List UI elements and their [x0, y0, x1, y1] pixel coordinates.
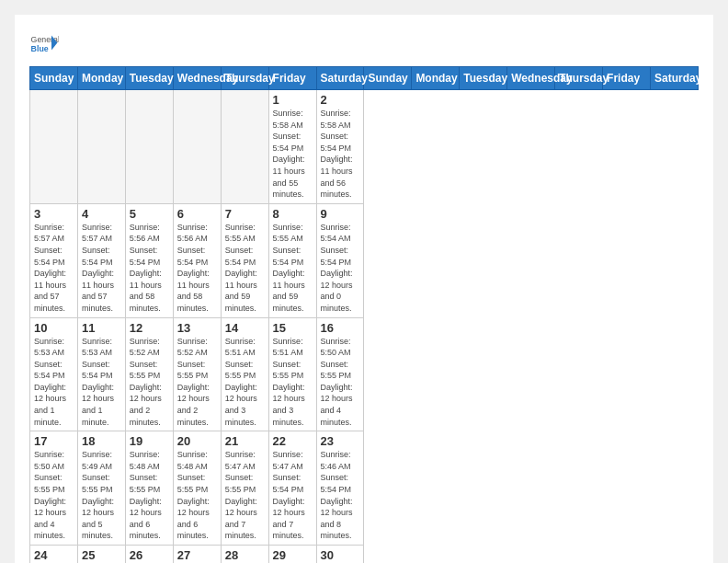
day-info: Sunrise: 5:58 AM Sunset: 5:54 PM Dayligh… [321, 108, 360, 201]
day-number: 16 [321, 321, 360, 335]
calendar-day-cell: 12Sunrise: 5:52 AM Sunset: 5:55 PM Dayli… [125, 317, 173, 431]
logo: General Blue [29, 29, 59, 59]
calendar-table: SundayMondayTuesdayWednesdayThursdayFrid… [29, 66, 699, 563]
day-number: 27 [177, 548, 217, 562]
day-number: 14 [225, 321, 265, 335]
day-of-week-header: Wednesday [173, 67, 221, 90]
calendar-day-cell: 20Sunrise: 5:48 AM Sunset: 5:55 PM Dayli… [173, 431, 221, 546]
calendar-day-cell: 26Sunrise: 5:44 AM Sunset: 5:54 PM Dayli… [125, 546, 173, 564]
calendar-day-cell [77, 90, 125, 204]
day-number: 11 [82, 321, 121, 335]
day-info: Sunrise: 5:52 AM Sunset: 5:55 PM Dayligh… [130, 336, 169, 429]
calendar-day-cell: 11Sunrise: 5:53 AM Sunset: 5:54 PM Dayli… [77, 317, 125, 431]
day-number: 5 [130, 207, 169, 221]
calendar-day-cell [173, 90, 221, 204]
day-of-week-header: Saturday [316, 67, 364, 90]
day-of-week-header: Sunday [30, 67, 78, 90]
day-info: Sunrise: 5:50 AM Sunset: 5:55 PM Dayligh… [321, 336, 360, 429]
calendar-day-cell: 22Sunrise: 5:47 AM Sunset: 5:54 PM Dayli… [268, 431, 316, 546]
day-number: 4 [82, 207, 121, 221]
calendar-day-cell: 8Sunrise: 5:55 AM Sunset: 5:54 PM Daylig… [268, 203, 316, 317]
calendar-day-cell: 4Sunrise: 5:57 AM Sunset: 5:54 PM Daylig… [77, 203, 125, 317]
calendar-day-cell: 13Sunrise: 5:52 AM Sunset: 5:55 PM Dayli… [173, 317, 221, 431]
weekday-header: Sunday [364, 67, 412, 90]
day-number: 21 [225, 434, 265, 448]
calendar-day-cell: 18Sunrise: 5:49 AM Sunset: 5:55 PM Dayli… [77, 431, 125, 546]
calendar-day-cell: 24Sunrise: 5:45 AM Sunset: 5:54 PM Dayli… [30, 546, 78, 564]
day-number: 2 [321, 93, 360, 107]
day-info: Sunrise: 5:51 AM Sunset: 5:55 PM Dayligh… [273, 336, 313, 429]
day-number: 7 [225, 207, 265, 221]
calendar-day-cell: 19Sunrise: 5:48 AM Sunset: 5:55 PM Dayli… [125, 431, 173, 546]
day-info: Sunrise: 5:54 AM Sunset: 5:54 PM Dayligh… [321, 222, 360, 315]
day-number: 12 [130, 321, 169, 335]
calendar-day-cell [30, 90, 78, 204]
day-info: Sunrise: 5:48 AM Sunset: 5:55 PM Dayligh… [130, 449, 169, 542]
day-of-week-header: Monday [77, 67, 125, 90]
day-number: 1 [273, 93, 313, 107]
day-info: Sunrise: 5:56 AM Sunset: 5:54 PM Dayligh… [177, 222, 217, 315]
day-info: Sunrise: 5:52 AM Sunset: 5:55 PM Dayligh… [177, 336, 217, 429]
calendar-day-cell: 7Sunrise: 5:55 AM Sunset: 5:54 PM Daylig… [221, 203, 268, 317]
day-number: 19 [130, 434, 169, 448]
day-number: 30 [321, 548, 360, 562]
day-info: Sunrise: 5:51 AM Sunset: 5:55 PM Dayligh… [225, 336, 265, 429]
calendar-day-cell [221, 90, 268, 204]
calendar-day-cell: 10Sunrise: 5:53 AM Sunset: 5:54 PM Dayli… [30, 317, 78, 431]
calendar-week-row: 1Sunrise: 5:58 AM Sunset: 5:54 PM Daylig… [30, 90, 699, 204]
day-info: Sunrise: 5:47 AM Sunset: 5:55 PM Dayligh… [225, 449, 265, 542]
day-info: Sunrise: 5:55 AM Sunset: 5:54 PM Dayligh… [225, 222, 265, 315]
calendar-day-cell: 27Sunrise: 5:44 AM Sunset: 5:54 PM Dayli… [173, 546, 221, 564]
day-number: 28 [225, 548, 265, 562]
day-info: Sunrise: 5:50 AM Sunset: 5:55 PM Dayligh… [34, 449, 74, 542]
day-info: Sunrise: 5:49 AM Sunset: 5:55 PM Dayligh… [82, 449, 121, 542]
calendar-day-cell: 17Sunrise: 5:50 AM Sunset: 5:55 PM Dayli… [30, 431, 78, 546]
calendar-week-row: 17Sunrise: 5:50 AM Sunset: 5:55 PM Dayli… [30, 431, 699, 546]
day-info: Sunrise: 5:53 AM Sunset: 5:54 PM Dayligh… [82, 336, 121, 429]
day-of-week-header: Tuesday [125, 67, 173, 90]
calendar-day-cell: 28Sunrise: 5:43 AM Sunset: 5:54 PM Dayli… [221, 546, 268, 564]
calendar-day-cell: 5Sunrise: 5:56 AM Sunset: 5:54 PM Daylig… [125, 203, 173, 317]
day-number: 6 [177, 207, 217, 221]
day-info: Sunrise: 5:57 AM Sunset: 5:54 PM Dayligh… [34, 222, 74, 315]
calendar-week-row: 10Sunrise: 5:53 AM Sunset: 5:54 PM Dayli… [30, 317, 699, 431]
day-of-week-header: Thursday [221, 67, 268, 90]
day-number: 20 [177, 434, 217, 448]
day-number: 15 [273, 321, 313, 335]
calendar-day-cell: 6Sunrise: 5:56 AM Sunset: 5:54 PM Daylig… [173, 203, 221, 317]
calendar-week-row: 24Sunrise: 5:45 AM Sunset: 5:54 PM Dayli… [30, 546, 699, 564]
logo-icon: General Blue [29, 29, 59, 59]
calendar-day-cell: 2Sunrise: 5:58 AM Sunset: 5:54 PM Daylig… [316, 90, 364, 204]
day-number: 22 [273, 434, 313, 448]
day-number: 24 [34, 548, 74, 562]
header: General Blue [29, 29, 699, 59]
day-number: 18 [82, 434, 121, 448]
weekday-header: Saturday [650, 67, 698, 90]
calendar-page: General Blue SundayMondayTuesdayWednesda… [15, 15, 713, 563]
calendar-day-cell: 1Sunrise: 5:58 AM Sunset: 5:54 PM Daylig… [268, 90, 316, 204]
weekday-header: Wednesday [507, 67, 555, 90]
day-number: 10 [34, 321, 74, 335]
day-number: 25 [82, 548, 121, 562]
calendar-header-row: SundayMondayTuesdayWednesdayThursdayFrid… [30, 67, 699, 90]
day-number: 23 [321, 434, 360, 448]
svg-text:Blue: Blue [31, 44, 49, 53]
day-number: 9 [321, 207, 360, 221]
calendar-day-cell: 3Sunrise: 5:57 AM Sunset: 5:54 PM Daylig… [30, 203, 78, 317]
day-info: Sunrise: 5:53 AM Sunset: 5:54 PM Dayligh… [34, 336, 74, 429]
calendar-day-cell: 21Sunrise: 5:47 AM Sunset: 5:55 PM Dayli… [221, 431, 268, 546]
weekday-header: Tuesday [460, 67, 507, 90]
calendar-day-cell: 25Sunrise: 5:45 AM Sunset: 5:54 PM Dayli… [77, 546, 125, 564]
calendar-day-cell: 14Sunrise: 5:51 AM Sunset: 5:55 PM Dayli… [221, 317, 268, 431]
day-info: Sunrise: 5:55 AM Sunset: 5:54 PM Dayligh… [273, 222, 313, 315]
day-info: Sunrise: 5:56 AM Sunset: 5:54 PM Dayligh… [130, 222, 169, 315]
calendar-day-cell [125, 90, 173, 204]
calendar-week-row: 3Sunrise: 5:57 AM Sunset: 5:54 PM Daylig… [30, 203, 699, 317]
calendar-day-cell: 9Sunrise: 5:54 AM Sunset: 5:54 PM Daylig… [316, 203, 364, 317]
day-number: 29 [273, 548, 313, 562]
weekday-header: Thursday [555, 67, 603, 90]
day-number: 8 [273, 207, 313, 221]
weekday-header: Monday [412, 67, 460, 90]
day-number: 26 [130, 548, 169, 562]
day-info: Sunrise: 5:46 AM Sunset: 5:54 PM Dayligh… [321, 449, 360, 542]
